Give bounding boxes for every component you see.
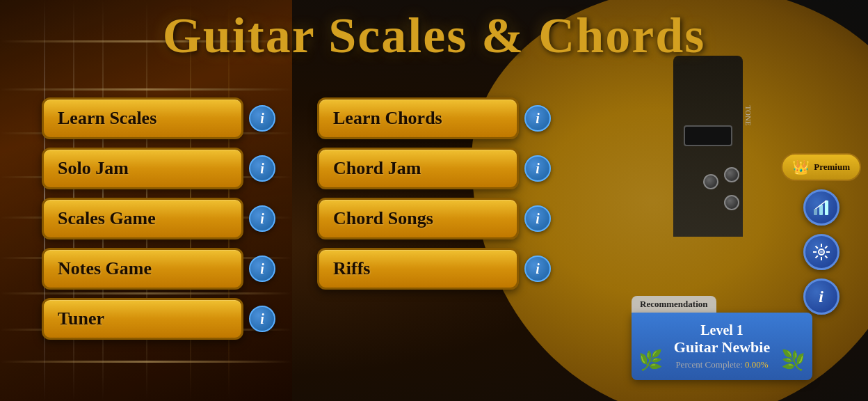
info-icon-label: i: [819, 288, 823, 306]
svg-line-11: [825, 246, 827, 249]
svg-rect-0: [814, 209, 817, 215]
right-panel: 👑 Premium i: [781, 153, 861, 315]
chord-jam-button[interactable]: Chord Jam: [317, 148, 519, 189]
tuner-row: Tuner i: [42, 298, 309, 340]
notes-game-button[interactable]: Notes Game: [42, 248, 243, 290]
app-title-container: Guitar Scales & Chords: [0, 7, 868, 65]
recommendation-card[interactable]: 🌿 🌿 Level 1 Guitar Newbie Percent Comple…: [632, 313, 812, 380]
chart-icon: [812, 198, 831, 217]
notes-game-info-button[interactable]: i: [249, 255, 275, 282]
gear-icon: [812, 242, 831, 262]
percent-label: Percent Complete: 0.00%: [645, 359, 798, 370]
svg-rect-2: [825, 200, 828, 215]
notes-game-row: Notes Game i: [42, 248, 309, 290]
solo-jam-row: Solo Jam i: [42, 148, 309, 189]
guitar-level-title: Guitar Newbie: [645, 338, 798, 356]
laurel-right-icon: 🌿: [781, 349, 805, 372]
main-menu: Learn Scales i Learn Chords i Solo Jam i…: [42, 97, 584, 340]
chord-jam-row: Chord Jam i: [317, 148, 584, 189]
riffs-row: Riffs i: [317, 248, 584, 290]
app-title: Guitar Scales & Chords: [0, 7, 868, 65]
learn-chords-info-button[interactable]: i: [524, 105, 551, 132]
scales-game-row: Scales Game i: [42, 198, 309, 239]
svg-line-9: [815, 246, 817, 249]
recommendation-label: Recommendation: [632, 296, 716, 313]
solo-jam-button[interactable]: Solo Jam: [42, 148, 243, 189]
chord-songs-info-button[interactable]: i: [524, 205, 551, 232]
settings-button[interactable]: [803, 234, 839, 270]
riffs-info-button[interactable]: i: [524, 255, 551, 282]
learn-scales-button[interactable]: Learn Scales: [42, 97, 243, 139]
chord-jam-info-button[interactable]: i: [524, 155, 551, 182]
learn-chords-button[interactable]: Learn Chords: [317, 97, 519, 139]
premium-label: Premium: [814, 162, 850, 173]
laurel-left-icon: 🌿: [638, 349, 663, 372]
empty-slot: [317, 298, 584, 340]
premium-button[interactable]: 👑 Premium: [781, 153, 861, 181]
chord-songs-button[interactable]: Chord Songs: [317, 198, 519, 239]
recommendation-area: Recommendation 🌿 🌿 Level 1 Guitar Newbie…: [632, 296, 812, 380]
tuner-info-button[interactable]: i: [249, 306, 275, 332]
crown-icon: 👑: [792, 159, 810, 175]
svg-line-12: [815, 255, 817, 258]
learn-chords-row: Learn Chords i: [317, 97, 584, 139]
scales-game-button[interactable]: Scales Game: [42, 198, 243, 239]
chord-songs-row: Chord Songs i: [317, 198, 584, 239]
svg-point-4: [820, 251, 823, 253]
percent-value: 0.00%: [745, 359, 769, 370]
solo-jam-info-button[interactable]: i: [249, 155, 275, 182]
tuner-button[interactable]: Tuner: [42, 298, 243, 340]
level-text: Level 1: [645, 322, 798, 338]
learn-scales-info-button[interactable]: i: [249, 105, 275, 132]
scales-game-info-button[interactable]: i: [249, 205, 275, 232]
riffs-button[interactable]: Riffs: [317, 248, 519, 290]
learn-scales-row: Learn Scales i: [42, 97, 309, 139]
stats-button[interactable]: [803, 189, 839, 226]
svg-line-10: [825, 255, 827, 258]
